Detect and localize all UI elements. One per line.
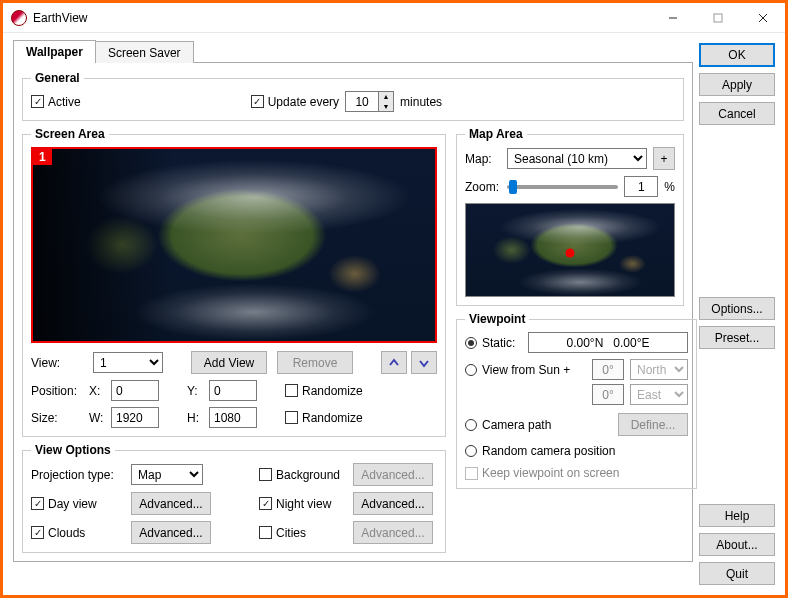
zoom-unit: % — [664, 180, 675, 194]
window-title: EarthView — [33, 11, 87, 25]
quit-button[interactable]: Quit — [699, 562, 775, 585]
cancel-button[interactable]: Cancel — [699, 102, 775, 125]
side-buttons: OK Apply Cancel Options... Preset... Hel… — [699, 33, 785, 595]
check-icon: ✓ — [259, 497, 272, 510]
options-button[interactable]: Options... — [699, 297, 775, 320]
active-checkbox[interactable]: ✓ Active — [31, 95, 81, 109]
day-view-checkbox[interactable]: ✓ Day view — [31, 497, 123, 511]
night-view-checkbox[interactable]: ✓ Night view — [259, 497, 345, 511]
day-view-advanced-button[interactable]: Advanced... — [131, 492, 211, 515]
check-icon — [285, 411, 298, 424]
map-add-button[interactable]: + — [653, 147, 675, 170]
map-area-group: Map Area Map: Seasonal (10 km) + Zoom: — [456, 127, 684, 306]
view-select[interactable]: 1 — [93, 352, 163, 373]
update-interval-stepper[interactable]: ▲▼ — [345, 91, 394, 112]
clouds-advanced-button[interactable]: Advanced... — [131, 521, 211, 544]
map-select[interactable]: Seasonal (10 km) — [507, 148, 647, 169]
check-icon — [465, 467, 478, 480]
y-label: Y: — [187, 384, 203, 398]
sun-deg2-input — [592, 384, 624, 405]
titlebar: EarthView — [3, 3, 785, 33]
night-view-label: Night view — [276, 497, 331, 511]
help-button[interactable]: Help — [699, 504, 775, 527]
zoom-input[interactable] — [624, 176, 658, 197]
w-input[interactable] — [111, 407, 159, 428]
tab-bar: Wallpaper Screen Saver — [13, 39, 693, 63]
randomize-label: Randomize — [302, 411, 363, 425]
view-label: View: — [31, 356, 83, 370]
general-group: General ✓ Active ✓ Update every — [22, 71, 684, 121]
y-input[interactable] — [209, 380, 257, 401]
view-options-legend: View Options — [31, 443, 115, 457]
cities-advanced-button[interactable]: Advanced... — [353, 521, 433, 544]
tab-wallpaper[interactable]: Wallpaper — [13, 40, 96, 63]
add-view-button[interactable]: Add View — [191, 351, 267, 374]
spin-down-icon[interactable]: ▼ — [379, 102, 393, 112]
check-icon: ✓ — [31, 497, 44, 510]
minimize-button[interactable] — [650, 4, 695, 32]
cities-checkbox[interactable]: Cities — [259, 526, 345, 540]
mini-map[interactable] — [465, 203, 675, 297]
x-input[interactable] — [111, 380, 159, 401]
background-advanced-button[interactable]: Advanced... — [353, 463, 433, 486]
ok-button[interactable]: OK — [699, 43, 775, 67]
projection-label: Projection type: — [31, 468, 123, 482]
static-coords-input[interactable] — [528, 332, 688, 353]
radio-icon — [465, 364, 477, 376]
camera-path-label: Camera path — [482, 418, 551, 432]
view-from-sun-radio[interactable]: View from Sun + — [465, 363, 570, 377]
static-radio[interactable]: Static: — [465, 336, 522, 350]
clouds-label: Clouds — [48, 526, 85, 540]
check-icon — [285, 384, 298, 397]
svg-rect-1 — [714, 14, 722, 22]
check-icon — [259, 468, 272, 481]
screen-preview[interactable]: 1 — [31, 147, 437, 343]
zoom-slider[interactable] — [507, 185, 618, 189]
app-window: EarthView Wallpaper Screen Saver General — [0, 0, 788, 598]
minutes-label: minutes — [400, 95, 442, 109]
random-camera-radio[interactable]: Random camera position — [465, 444, 615, 458]
screen-badge: 1 — [33, 149, 52, 165]
cities-label: Cities — [276, 526, 306, 540]
radio-icon — [465, 445, 477, 457]
general-legend: General — [31, 71, 84, 85]
tab-body: General ✓ Active ✓ Update every — [13, 63, 693, 562]
move-up-button[interactable] — [381, 351, 407, 374]
randomize-position-checkbox[interactable]: Randomize — [285, 384, 363, 398]
world-map-preview — [33, 149, 435, 341]
camera-path-radio[interactable]: Camera path — [465, 418, 551, 432]
check-icon: ✓ — [31, 95, 44, 108]
check-icon — [259, 526, 272, 539]
close-button[interactable] — [740, 4, 785, 32]
randomize-size-checkbox[interactable]: Randomize — [285, 411, 363, 425]
h-input[interactable] — [209, 407, 257, 428]
radio-icon — [465, 419, 477, 431]
background-checkbox[interactable]: Background — [259, 468, 345, 482]
static-label: Static: — [482, 336, 522, 350]
map-area-legend: Map Area — [465, 127, 527, 141]
sun-deg1-input — [592, 359, 624, 380]
define-button[interactable]: Define... — [618, 413, 688, 436]
screen-area-legend: Screen Area — [31, 127, 109, 141]
update-every-label: Update every — [268, 95, 339, 109]
projection-select[interactable]: Map — [131, 464, 203, 485]
spin-up-icon[interactable]: ▲ — [379, 92, 393, 102]
remove-view-button[interactable]: Remove — [277, 351, 353, 374]
x-label: X: — [89, 384, 105, 398]
update-interval-input[interactable] — [346, 92, 378, 111]
app-icon — [11, 10, 27, 26]
active-label: Active — [48, 95, 81, 109]
day-view-label: Day view — [48, 497, 97, 511]
clouds-checkbox[interactable]: ✓ Clouds — [31, 526, 123, 540]
maximize-button[interactable] — [695, 4, 740, 32]
keep-viewpoint-label: Keep viewpoint on screen — [482, 466, 619, 480]
update-every-checkbox[interactable]: ✓ Update every — [251, 95, 339, 109]
night-view-advanced-button[interactable]: Advanced... — [353, 492, 433, 515]
preset-button[interactable]: Preset... — [699, 326, 775, 349]
map-label: Map: — [465, 152, 501, 166]
move-down-button[interactable] — [411, 351, 437, 374]
tab-screensaver[interactable]: Screen Saver — [96, 41, 194, 63]
about-button[interactable]: About... — [699, 533, 775, 556]
apply-button[interactable]: Apply — [699, 73, 775, 96]
slider-thumb-icon — [509, 180, 517, 194]
